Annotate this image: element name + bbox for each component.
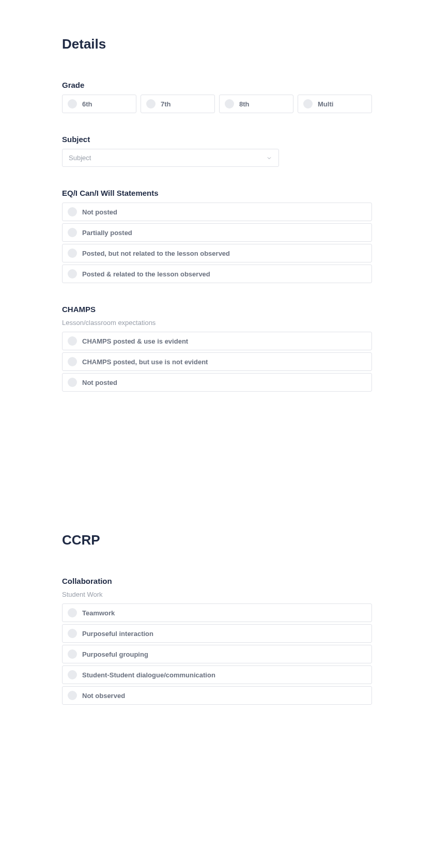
eq-option-posted-not-related[interactable]: Posted, but not related to the lesson ob… [62, 244, 372, 262]
radio-icon [68, 608, 77, 617]
grade-option-8th[interactable]: 8th [219, 95, 293, 113]
eq-option-text: Posted & related to the lesson observed [82, 270, 210, 278]
collaboration-sublabel: Student Work [62, 591, 372, 598]
details-title: Details [62, 36, 372, 52]
grade-option-multi[interactable]: Multi [298, 95, 372, 113]
subject-select[interactable]: Subject [62, 149, 279, 167]
grade-option-text: 6th [82, 100, 92, 108]
collab-option-text: Student-Student dialogue/communication [82, 671, 215, 679]
radio-icon [68, 336, 77, 346]
grade-option-7th[interactable]: 7th [141, 95, 215, 113]
collab-option-teamwork[interactable]: Teamwork [62, 603, 372, 622]
eq-label: EQ/I Can/I Will Statements [62, 189, 372, 197]
subject-label: Subject [62, 135, 372, 144]
radio-icon [68, 269, 77, 278]
grade-option-text: Multi [318, 100, 333, 108]
radio-icon [68, 670, 77, 679]
grade-group: Grade 6th 7th 8th Multi [62, 81, 372, 113]
subject-group: Subject Subject [62, 135, 372, 167]
collab-option-text: Purposeful grouping [82, 650, 148, 658]
grade-option-6th[interactable]: 6th [62, 95, 136, 113]
grade-option-text: 7th [161, 100, 171, 108]
champs-option-posted-evident[interactable]: CHAMPS posted & use is evident [62, 332, 372, 350]
champs-option-text: CHAMPS posted & use is evident [82, 337, 188, 345]
eq-option-text: Partially posted [82, 229, 132, 237]
eq-option-not-posted[interactable]: Not posted [62, 203, 372, 221]
champs-sublabel: Lesson/classroom expectations [62, 319, 372, 327]
grade-option-text: 8th [239, 100, 250, 108]
champs-option-text: Not posted [82, 379, 117, 386]
radio-icon [68, 249, 77, 258]
chevron-down-icon [266, 155, 272, 161]
eq-option-partially-posted[interactable]: Partially posted [62, 223, 372, 242]
grade-label: Grade [62, 81, 372, 89]
radio-icon [68, 357, 77, 366]
radio-icon [68, 378, 77, 387]
eq-group: EQ/I Can/I Will Statements Not posted Pa… [62, 189, 372, 283]
collab-option-purposeful-grouping[interactable]: Purposeful grouping [62, 645, 372, 663]
subject-placeholder: Subject [69, 154, 91, 162]
radio-icon [68, 99, 77, 109]
radio-icon [225, 99, 234, 109]
champs-option-not-posted[interactable]: Not posted [62, 373, 372, 392]
eq-option-text: Not posted [82, 208, 117, 216]
radio-icon [68, 207, 77, 216]
collab-option-text: Not observed [82, 692, 125, 700]
radio-icon [68, 228, 77, 237]
radio-icon [68, 649, 77, 659]
eq-option-posted-related[interactable]: Posted & related to the lesson observed [62, 265, 372, 283]
eq-option-text: Posted, but not related to the lesson ob… [82, 250, 230, 257]
collab-option-text: Purposeful interaction [82, 630, 153, 638]
radio-icon [68, 629, 77, 638]
ccrp-title: CCRP [62, 532, 372, 548]
collaboration-label: Collaboration [62, 577, 372, 585]
collaboration-group: Collaboration Student Work Teamwork Purp… [62, 577, 372, 705]
champs-option-posted-not-evident[interactable]: CHAMPS posted, but use is not evident [62, 352, 372, 371]
radio-icon [146, 99, 156, 109]
radio-icon [303, 99, 313, 109]
champs-group: CHAMPS Lesson/classroom expectations CHA… [62, 305, 372, 392]
champs-label: CHAMPS [62, 305, 372, 314]
collab-option-not-observed[interactable]: Not observed [62, 686, 372, 705]
collab-option-student-dialogue[interactable]: Student-Student dialogue/communication [62, 665, 372, 684]
champs-option-text: CHAMPS posted, but use is not evident [82, 358, 208, 366]
collab-option-purposeful-interaction[interactable]: Purposeful interaction [62, 624, 372, 643]
collab-option-text: Teamwork [82, 609, 115, 617]
radio-icon [68, 691, 77, 700]
